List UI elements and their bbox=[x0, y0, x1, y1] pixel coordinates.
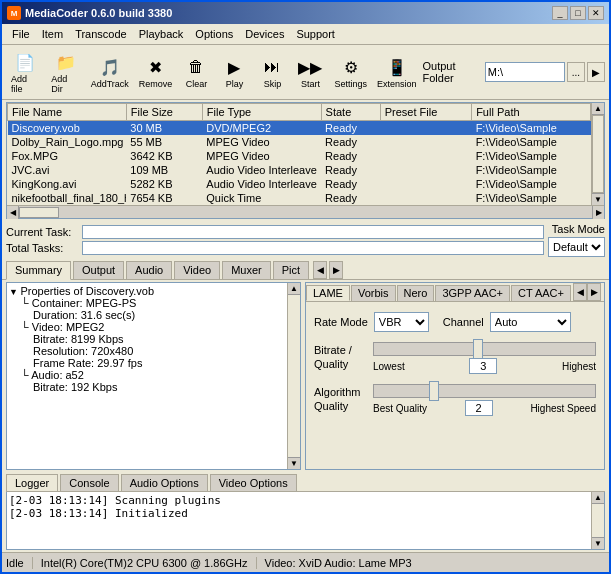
tree-label: Video: MPEG2 bbox=[32, 321, 105, 333]
algo-label: AlgorithmQuality bbox=[314, 385, 369, 414]
remove-button[interactable]: ✖ Remove bbox=[135, 52, 177, 92]
output-folder-input[interactable] bbox=[485, 62, 565, 82]
bitrate-slider-track[interactable] bbox=[373, 342, 596, 356]
total-tasks-label: Total Tasks: bbox=[6, 242, 78, 254]
tree-label: Container: MPEG-PS bbox=[32, 297, 137, 309]
col-fullpath[interactable]: Full Path bbox=[472, 104, 591, 121]
tab-prev-arrow[interactable]: ◀ bbox=[313, 261, 327, 279]
output-folder-label: Output Folder bbox=[422, 60, 482, 84]
file-table-body: Discovery.vob 30 MB DVD/MPEG2 Ready F:\V… bbox=[8, 121, 591, 206]
file-list-scroll-area: File Name File Size File Type State Pres… bbox=[7, 103, 591, 205]
right-panel: LAME Vorbis Nero 3GPP AAC+ CT AAC+ ◀ ▶ R… bbox=[305, 282, 605, 470]
tab-muxer[interactable]: Muxer bbox=[222, 261, 271, 279]
lame-tab-next[interactable]: ▶ bbox=[587, 283, 601, 301]
menu-transcode[interactable]: Transcode bbox=[69, 26, 133, 42]
lame-tab-bar: LAME Vorbis Nero 3GPP AAC+ CT AAC+ ◀ ▶ bbox=[306, 283, 604, 302]
add-file-icon: 📄 bbox=[13, 50, 37, 74]
table-row[interactable]: nikefootball_final_180_hi.mov 7654 KB Qu… bbox=[8, 191, 591, 205]
tree-item: Frame Rate: 29.97 fps bbox=[9, 357, 285, 369]
skip-button[interactable]: ⏭ Skip bbox=[254, 52, 290, 92]
add-file-button[interactable]: 📄 Add file bbox=[6, 47, 44, 97]
open-folder-button[interactable]: ▶ bbox=[587, 62, 605, 82]
browse-folder-button[interactable]: ... bbox=[567, 62, 585, 82]
logger-tab-console[interactable]: Console bbox=[60, 474, 118, 491]
remove-label: Remove bbox=[139, 79, 173, 89]
scroll-up-arrow[interactable]: ▲ bbox=[592, 103, 604, 115]
tree-label: Resolution: 720x480 bbox=[33, 345, 133, 357]
title-bar-left: M MediaCoder 0.6.0 build 3380 bbox=[7, 6, 172, 20]
col-presetfile[interactable]: Preset File bbox=[380, 104, 471, 121]
menu-item[interactable]: Item bbox=[36, 26, 69, 42]
tab-audio[interactable]: Audio bbox=[126, 261, 172, 279]
bitrate-value-input[interactable] bbox=[469, 358, 497, 374]
logger-tab-audio-options[interactable]: Audio Options bbox=[121, 474, 208, 491]
algo-slider-thumb[interactable] bbox=[429, 381, 439, 401]
menu-playback[interactable]: Playback bbox=[133, 26, 190, 42]
scroll-left-arrow[interactable]: ◀ bbox=[7, 206, 19, 219]
status-codecs: Video: XviD Audio: Lame MP3 bbox=[265, 557, 412, 569]
col-filetype[interactable]: File Type bbox=[202, 104, 321, 121]
lame-tab-nero[interactable]: Nero bbox=[397, 285, 435, 301]
lame-tab-3gpp[interactable]: 3GPP AAC+ bbox=[435, 285, 510, 301]
add-dir-button[interactable]: 📁 Add Dir bbox=[46, 47, 84, 97]
menu-file[interactable]: File bbox=[6, 26, 36, 42]
add-track-button[interactable]: 🎵 AddTrack bbox=[87, 52, 133, 92]
algorithm-row: AlgorithmQuality Best Quality Highest Sp… bbox=[314, 382, 596, 416]
logger-tab-bar: Logger Console Audio Options Video Optio… bbox=[6, 474, 605, 492]
table-row[interactable]: Discovery.vob 30 MB DVD/MPEG2 Ready F:\V… bbox=[8, 121, 591, 136]
extension-button[interactable]: 📱 Extension bbox=[373, 52, 420, 92]
logger-tab-video-options[interactable]: Video Options bbox=[210, 474, 297, 491]
add-track-icon: 🎵 bbox=[98, 55, 122, 79]
minimize-button[interactable]: _ bbox=[552, 6, 568, 20]
menu-support[interactable]: Support bbox=[290, 26, 341, 42]
table-row[interactable]: KingKong.avi 5282 KB Audio Video Interle… bbox=[8, 177, 591, 191]
tab-next-arrow[interactable]: ▶ bbox=[329, 261, 343, 279]
col-filename[interactable]: File Name bbox=[8, 104, 127, 121]
algo-slider-track[interactable] bbox=[373, 384, 596, 398]
tab-output[interactable]: Output bbox=[73, 261, 124, 279]
lame-tab-prev[interactable]: ◀ bbox=[573, 283, 587, 301]
extension-icon: 📱 bbox=[385, 55, 409, 79]
algo-slider-area: Best Quality Highest Speed bbox=[373, 382, 596, 416]
lame-tab-ct[interactable]: CT AAC+ bbox=[511, 285, 571, 301]
window-title: MediaCoder 0.6.0 build 3380 bbox=[25, 7, 172, 19]
table-row[interactable]: JVC.avi 109 MB Audio Video Interleave Re… bbox=[8, 163, 591, 177]
settings-button[interactable]: ⚙ Settings bbox=[330, 52, 371, 92]
channel-select[interactable]: Auto Stereo Mono Joint Stereo bbox=[490, 312, 571, 332]
task-mode-select[interactable]: Default bbox=[548, 237, 605, 257]
logger-scroll-down[interactable]: ▼ bbox=[592, 537, 604, 549]
bitrate-row: Bitrate /Quality Lowest Highest bbox=[314, 340, 596, 374]
logger-scroll-up[interactable]: ▲ bbox=[592, 492, 604, 504]
menu-devices[interactable]: Devices bbox=[239, 26, 290, 42]
play-button[interactable]: ▶ Play bbox=[216, 52, 252, 92]
tab-pict[interactable]: Pict bbox=[273, 261, 309, 279]
tab-video[interactable]: Video bbox=[174, 261, 220, 279]
maximize-button[interactable]: □ bbox=[570, 6, 586, 20]
close-button[interactable]: ✕ bbox=[588, 6, 604, 20]
bitrate-slider-thumb[interactable] bbox=[473, 339, 483, 359]
scroll-down-arrow[interactable]: ▼ bbox=[592, 193, 604, 205]
file-list-container: File Name File Size File Type State Pres… bbox=[6, 102, 605, 219]
left-scroll-down[interactable]: ▼ bbox=[288, 457, 300, 469]
col-filesize[interactable]: File Size bbox=[126, 104, 202, 121]
lame-tab-vorbis[interactable]: Vorbis bbox=[351, 285, 396, 301]
menu-options[interactable]: Options bbox=[189, 26, 239, 42]
scroll-right-arrow[interactable]: ▶ bbox=[592, 206, 604, 219]
app-icon: M bbox=[7, 6, 21, 20]
start-button[interactable]: ▶▶ Start bbox=[292, 52, 328, 92]
rate-mode-select[interactable]: VBR CBR ABR bbox=[374, 312, 429, 332]
lame-tab-lame[interactable]: LAME bbox=[306, 285, 350, 301]
scroll-thumb-vertical bbox=[592, 115, 604, 193]
table-row[interactable]: Fox.MPG 3642 KB MPEG Video Ready F:\Vide… bbox=[8, 149, 591, 163]
col-state[interactable]: State bbox=[321, 104, 380, 121]
algo-value-input[interactable] bbox=[465, 400, 493, 416]
left-scroll-up[interactable]: ▲ bbox=[288, 283, 300, 295]
algo-best-label: Best Quality bbox=[373, 403, 427, 414]
clear-label: Clear bbox=[186, 79, 208, 89]
start-label: Start bbox=[301, 79, 320, 89]
algo-slider-labels: Best Quality Highest Speed bbox=[373, 400, 596, 416]
table-row[interactable]: Dolby_Rain_Logo.mpg 55 MB MPEG Video Rea… bbox=[8, 135, 591, 149]
logger-tab-logger[interactable]: Logger bbox=[6, 474, 58, 491]
tab-summary[interactable]: Summary bbox=[6, 261, 71, 280]
clear-button[interactable]: 🗑 Clear bbox=[178, 52, 214, 92]
